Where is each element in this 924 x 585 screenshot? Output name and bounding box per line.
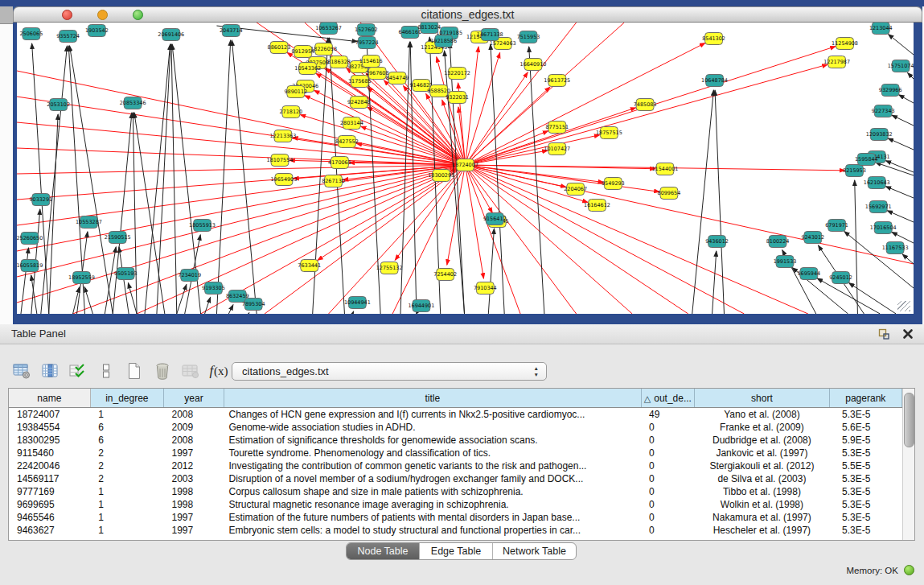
graph-node[interactable]: 10648784 — [701, 75, 728, 87]
graph-node[interactable]: 3175685 — [348, 76, 372, 88]
cell-out_degree[interactable]: 0 — [641, 434, 695, 447]
cell-out_degree[interactable]: 0 — [641, 524, 695, 537]
graph-node[interactable]: 2718120 — [279, 106, 302, 118]
table-vertical-scrollbar[interactable] — [902, 389, 914, 540]
cell-pagerank[interactable]: 5.5E-5 — [829, 459, 901, 472]
cell-pagerank[interactable]: 5.9E-5 — [829, 434, 901, 447]
graph-node[interactable]: 20853346 — [120, 97, 146, 109]
cell-short[interactable]: de Silva et al. (2003) — [695, 472, 829, 485]
graph-node[interactable]: 10944941 — [344, 297, 371, 309]
graph-node[interactable]: 8454749 — [386, 72, 409, 84]
table-row[interactable]: 911546021997Tourette syndrome. Phenomeno… — [9, 447, 902, 459]
cell-year[interactable]: 1997 — [164, 511, 224, 524]
cell-name[interactable]: 19384554 — [9, 421, 90, 434]
cell-pagerank[interactable]: 5.3E-5 — [829, 447, 901, 459]
graph-node[interactable]: 10653267 — [315, 23, 342, 35]
cell-name[interactable]: 22420046 — [9, 459, 90, 472]
cell-in_degree[interactable]: 2 — [90, 447, 163, 459]
graph-node[interactable]: 11544001 — [652, 163, 679, 175]
cell-in_degree[interactable]: 1 — [90, 498, 163, 511]
cell-name[interactable]: 18724007 — [9, 408, 90, 422]
cell-year[interactable]: 2012 — [164, 459, 224, 472]
graph-node[interactable]: 9549293 — [602, 178, 625, 190]
cell-title[interactable]: Changes of HCN gene expression and I(f) … — [224, 408, 641, 422]
graph-node[interactable]: 10107427 — [544, 143, 570, 155]
cell-year[interactable]: 2008 — [164, 434, 224, 447]
function-builder-icon[interactable]: f(x) — [208, 360, 229, 381]
cell-pagerank[interactable]: 5.3E-5 — [829, 498, 901, 511]
graph-node[interactable]: 7515953 — [517, 31, 540, 43]
cell-year[interactable]: 1997 — [164, 524, 224, 537]
resize-grip[interactable] — [897, 301, 910, 311]
column-header-short[interactable]: short — [695, 389, 829, 408]
cell-in_degree[interactable]: 1 — [90, 408, 163, 422]
table-row[interactable]: 1830029562008Estimation of significance … — [9, 434, 902, 447]
table-settings-icon[interactable] — [11, 360, 32, 381]
graph-node[interactable]: 8775151 — [545, 122, 569, 134]
graph-node[interactable]: 18952559 — [68, 272, 95, 284]
cell-out_degree[interactable]: 0 — [641, 511, 695, 524]
select-all-rows-icon[interactable] — [68, 360, 88, 381]
cell-title[interactable]: Structural magnetic resonance image aver… — [224, 498, 641, 511]
scrollbar-thumb[interactable] — [904, 393, 914, 447]
graph-node[interactable]: 1991533 — [774, 256, 797, 268]
close-panel-icon[interactable] — [902, 328, 914, 340]
column-header-year[interactable]: year — [164, 389, 224, 408]
graph-node[interactable]: 2803144 — [340, 117, 363, 130]
cell-short[interactable]: Jankovic et al. (1997) — [695, 447, 829, 459]
graph-node[interactable]: 8860123 — [268, 42, 291, 54]
cell-name[interactable]: 9465546 — [9, 511, 90, 524]
graph-node[interactable]: 9890112 — [284, 86, 307, 98]
cell-year[interactable]: 2008 — [164, 408, 224, 422]
table-row[interactable]: 1872400712008Changes of HCN gene express… — [9, 408, 902, 422]
graph-node[interactable]: 8099654 — [658, 187, 681, 200]
cell-pagerank[interactable]: 5.3E-5 — [829, 472, 901, 485]
cell-out_degree[interactable]: 49 — [641, 408, 695, 422]
graph-node[interactable]: 9156412 — [483, 213, 507, 225]
graph-node[interactable]: 12217987 — [823, 56, 850, 68]
column-header-name[interactable]: name — [9, 389, 90, 408]
graph-node[interactable]: 9245012 — [829, 272, 852, 284]
cell-in_degree[interactable]: 6 — [90, 421, 163, 434]
cell-pagerank[interactable]: 5.6E-5 — [829, 421, 901, 434]
cell-in_degree[interactable]: 2 — [90, 472, 163, 485]
graph-node[interactable]: 6791971 — [825, 220, 848, 232]
table-row[interactable]: 946554611997Estimation of the future num… — [9, 511, 902, 524]
graph-node[interactable]: 9505193 — [114, 268, 138, 280]
graph-node[interactable]: 7895304 — [242, 299, 265, 311]
graph-node[interactable]: 7957224 — [355, 37, 379, 49]
cell-short[interactable]: Stergiakouli et al. (2012) — [695, 459, 829, 472]
graph-node[interactable]: 9322031 — [446, 92, 469, 104]
cell-out_degree[interactable]: 0 — [641, 459, 695, 472]
graph-node[interactable]: 25260650 — [17, 233, 43, 245]
graph-node[interactable]: 8427552 — [335, 136, 359, 148]
graph-node[interactable]: 1527602 — [355, 24, 378, 36]
cell-in_degree[interactable]: 1 — [90, 485, 163, 498]
table-row[interactable]: 977716911998Corpus callosum shape and si… — [9, 485, 902, 498]
graph-node[interactable]: 7254402 — [433, 269, 457, 281]
tab-node-table[interactable]: Node Table — [347, 543, 420, 559]
table-columns-icon[interactable] — [39, 360, 60, 381]
network-window-titlebar[interactable]: citations_edges.txt — [13, 6, 922, 23]
graph-node[interactable]: 19613725 — [544, 75, 570, 87]
cell-year[interactable]: 1997 — [164, 447, 224, 459]
cell-pagerank[interactable]: 5.3E-5 — [829, 524, 901, 537]
cell-short[interactable]: Franke et al. (2009) — [695, 421, 829, 434]
graph-node[interactable]: 11167533 — [882, 242, 909, 254]
citation-network-graph[interactable]: 1872400788601238912954182260589827509105… — [17, 23, 914, 314]
graph-node[interactable]: 9242848 — [347, 97, 371, 109]
graph-node[interactable]: 7633441 — [298, 260, 321, 272]
column-header-title[interactable]: title — [224, 389, 641, 408]
cell-year[interactable]: 1998 — [164, 485, 224, 498]
column-header-pagerank[interactable]: pagerank — [829, 389, 901, 408]
cell-title[interactable]: Embryonic stem cells: a model to study s… — [224, 524, 641, 537]
cell-year[interactable]: 2009 — [164, 421, 224, 434]
new-column-icon[interactable] — [124, 360, 145, 381]
graph-node[interactable]: 15751074 — [888, 60, 914, 72]
table-selector-dropdown[interactable]: citations_edges.txt ▲▼ — [232, 362, 547, 381]
cell-title[interactable]: Disruption of a novel member of a sodium… — [224, 472, 641, 485]
graph-node[interactable]: 9243012 — [801, 232, 824, 244]
table-row[interactable]: 1938455462009Genome-wide association stu… — [9, 421, 902, 434]
graph-node[interactable]: 8267130 — [322, 175, 345, 187]
graph-node[interactable]: 8541302 — [702, 33, 725, 45]
